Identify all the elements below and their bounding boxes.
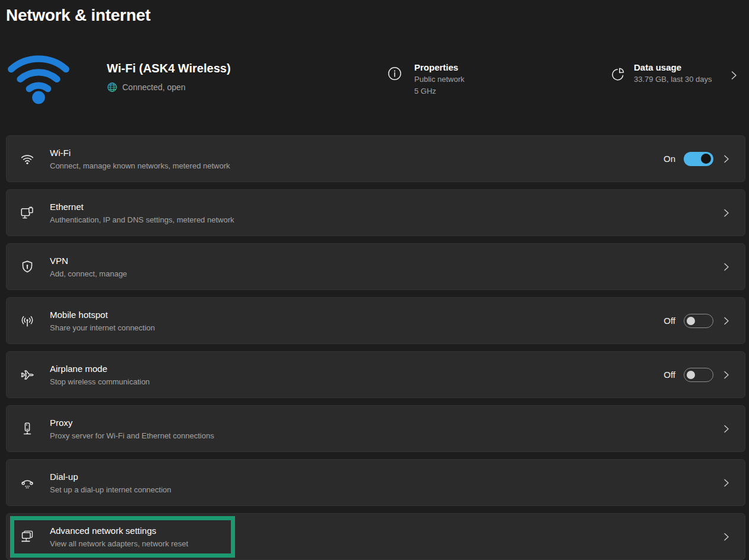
row-subtitle: Share your internet connection [50,323,155,333]
settings-row-vpn[interactable]: VPN Add, connect, manage [6,243,745,290]
data-usage-value: 33.79 GB, last 30 days [634,74,712,85]
network-type: Public network [414,74,465,85]
network-internet-settings-page: Network & internet Wi-Fi (ASK4 Wireless) [0,0,749,560]
airplane-mode-toggle[interactable] [684,368,713,382]
row-title: Advanced network settings [50,525,188,536]
row-title: Proxy [50,417,214,428]
dialup-icon [20,475,35,491]
proxy-icon [20,421,35,437]
settings-row-proxy[interactable]: Proxy Proxy server for Wi-Fi and Etherne… [6,405,745,452]
settings-row-wifi[interactable]: Wi-Fi Connect, manage known networks, me… [6,135,745,182]
settings-row-mobile-hotspot[interactable]: Mobile hotspot Share your internet conne… [6,297,745,344]
pie-chart-icon [610,66,626,82]
toggle-state-label: Off [664,316,675,326]
toggle-state-label: On [664,154,675,164]
row-subtitle: Stop wireless communication [50,377,150,387]
connection-status: Connected, open [122,82,186,92]
row-subtitle: Authentication, IP and DNS settings, met… [50,215,234,225]
chevron-right-icon [722,424,731,434]
airplane-icon [20,367,35,383]
toggle-state-label: Off [664,370,675,380]
settings-list: Wi-Fi Connect, manage known networks, me… [6,135,745,560]
advanced-network-icon [20,529,35,545]
row-title: Wi-Fi [50,147,230,158]
chevron-right-icon [722,154,731,164]
wifi-hero-icon [4,40,74,110]
chevron-right-icon [722,532,731,542]
row-subtitle: View all network adapters, network reset [50,539,188,549]
chevron-right-icon [722,370,731,380]
vpn-shield-icon [20,259,35,275]
wifi-icon [20,151,35,167]
row-title: Airplane mode [50,363,150,374]
mobile-hotspot-toggle[interactable] [684,314,713,328]
chevron-right-icon [729,69,738,81]
ethernet-icon [20,205,35,221]
row-title: Dial-up [50,471,172,482]
chevron-right-icon [722,478,731,488]
row-subtitle: Proxy server for Wi-Fi and Ethernet conn… [50,431,214,441]
globe-icon [107,82,118,93]
chevron-right-icon [722,316,731,326]
data-usage-link[interactable]: Data usage 33.79 GB, last 30 days [610,61,712,85]
settings-row-advanced-network[interactable]: Advanced network settings View all netwo… [6,513,745,560]
chevron-right-icon [722,208,731,218]
properties-link[interactable]: Properties Public network 5 GHz [388,61,465,97]
chevron-right-icon [722,262,731,272]
settings-row-ethernet[interactable]: Ethernet Authentication, IP and DNS sett… [6,189,745,236]
info-icon [388,66,402,81]
settings-row-airplane-mode[interactable]: Airplane mode Stop wireless communicatio… [6,351,745,398]
settings-row-dialup[interactable]: Dial-up Set up a dial-up internet connec… [6,459,745,506]
properties-title: Properties [414,61,465,74]
row-title: Mobile hotspot [50,309,155,320]
row-title: Ethernet [50,201,234,212]
row-subtitle: Add, connect, manage [50,269,127,279]
data-usage-title: Data usage [634,61,712,74]
row-subtitle: Connect, manage known networks, metered … [50,161,230,171]
connection-title: Wi-Fi (ASK4 Wireless) [107,62,231,75]
page-title: Network & internet [6,6,151,25]
row-title: VPN [50,255,127,266]
wifi-band: 5 GHz [414,85,465,97]
row-subtitle: Set up a dial-up internet connection [50,485,172,495]
wifi-toggle[interactable] [684,152,713,166]
mobile-hotspot-icon [20,313,35,329]
